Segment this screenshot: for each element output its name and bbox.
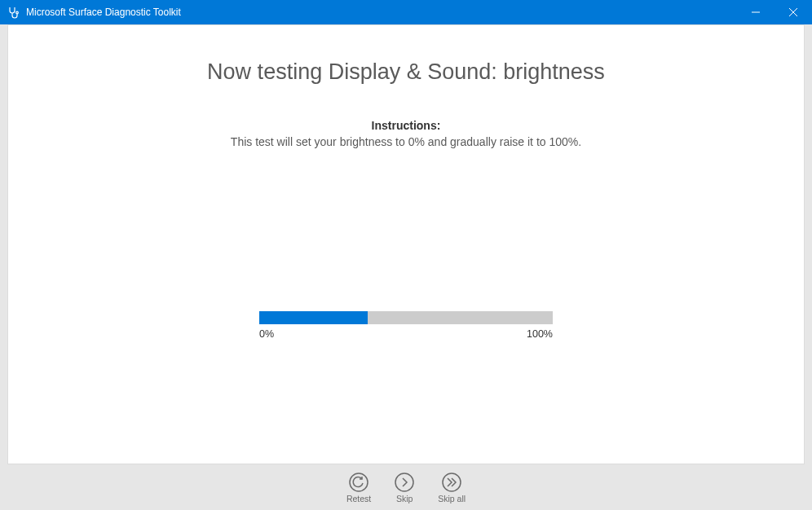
svg-point-5	[395, 473, 413, 491]
skip-all-label: Skip all	[438, 494, 466, 503]
retest-label: Retest	[346, 494, 371, 503]
bottom-bar: Retest Skip Skip all	[0, 464, 812, 510]
skip-all-icon	[441, 472, 462, 493]
close-button[interactable]	[774, 0, 812, 24]
progress-bar	[259, 311, 553, 324]
skip-label: Skip	[396, 494, 413, 503]
skip-icon	[394, 472, 415, 493]
progress-wrapper: 0% 100%	[259, 311, 553, 340]
retest-button[interactable]: Retest	[346, 472, 371, 503]
progress-labels: 0% 100%	[259, 328, 553, 340]
instructions-label: Instructions:	[231, 119, 581, 132]
stethoscope-icon	[7, 6, 20, 19]
page-heading: Now testing Display & Sound: brightness	[207, 59, 605, 85]
svg-point-4	[350, 473, 368, 491]
skip-all-button[interactable]: Skip all	[438, 472, 466, 503]
retest-icon	[348, 472, 369, 493]
minimize-button[interactable]	[737, 0, 774, 24]
instructions-text: This test will set your brightness to 0%…	[231, 135, 581, 148]
progress-max-label: 100%	[527, 328, 553, 340]
instructions-block: Instructions: This test will set your br…	[231, 119, 581, 148]
svg-point-0	[16, 11, 19, 14]
content-area: Now testing Display & Sound: brightness …	[7, 24, 805, 464]
progress-min-label: 0%	[259, 328, 274, 340]
progress-fill	[259, 311, 368, 324]
window-title: Microsoft Surface Diagnostic Toolkit	[26, 7, 181, 18]
skip-button[interactable]: Skip	[394, 472, 415, 503]
titlebar: Microsoft Surface Diagnostic Toolkit	[0, 0, 812, 24]
window-controls	[737, 0, 812, 24]
